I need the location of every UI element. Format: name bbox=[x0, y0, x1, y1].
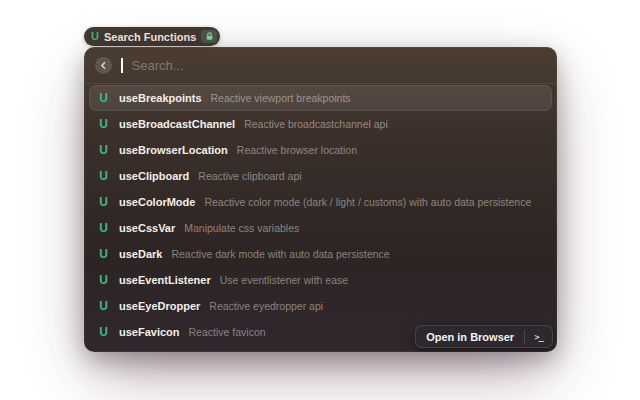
function-description: Reactive dark mode with auto data persis… bbox=[171, 248, 389, 260]
vueuse-function-icon: U bbox=[97, 326, 110, 338]
function-list: U useBreakpoints Reactive viewport break… bbox=[84, 84, 557, 352]
vueuse-logo-icon: U bbox=[91, 31, 99, 42]
list-item[interactable]: U useClipboard Reactive clipboard api bbox=[89, 163, 552, 189]
list-item[interactable]: U useDark Reactive dark mode with auto d… bbox=[89, 241, 552, 267]
list-item[interactable]: U useBreakpoints Reactive viewport break… bbox=[89, 85, 552, 111]
list-item[interactable]: U useEventListener Use eventlistener wit… bbox=[89, 267, 552, 293]
vueuse-function-icon: U bbox=[97, 300, 110, 312]
open-in-browser-button[interactable]: Open in Browser >_ bbox=[415, 325, 553, 348]
function-name: useEventListener bbox=[119, 274, 211, 286]
list-item[interactable]: U useCssVar Manipulate css variables bbox=[89, 215, 552, 241]
vueuse-function-icon: U bbox=[97, 92, 110, 104]
launcher-window: U useBreakpoints Reactive viewport break… bbox=[84, 47, 557, 352]
function-description: Reactive favicon bbox=[189, 326, 266, 338]
list-item[interactable]: U useBroadcastChannel Reactive broadcast… bbox=[89, 111, 552, 137]
chevron-left-icon bbox=[99, 61, 108, 70]
vueuse-function-icon: U bbox=[97, 196, 110, 208]
function-description: Reactive viewport breakpoints bbox=[211, 92, 351, 104]
list-item[interactable]: U useBrowserLocation Reactive browser lo… bbox=[89, 137, 552, 163]
vueuse-function-icon: U bbox=[97, 170, 110, 182]
function-name: useBroadcastChannel bbox=[119, 118, 235, 130]
function-description: Reactive clipboard api bbox=[198, 170, 301, 182]
back-button[interactable] bbox=[95, 57, 112, 74]
function-name: useBrowserLocation bbox=[119, 144, 228, 156]
function-description: Reactive broadcastchannel api bbox=[244, 118, 388, 130]
function-description: Manipulate css variables bbox=[184, 222, 299, 234]
command-title: Search Functions bbox=[104, 31, 196, 43]
function-name: useEyeDropper bbox=[119, 300, 200, 312]
function-name: useClipboard bbox=[119, 170, 189, 182]
function-name: useDark bbox=[119, 248, 162, 260]
vueuse-function-icon: U bbox=[97, 144, 110, 156]
terminal-prompt-icon: >_ bbox=[525, 332, 552, 342]
action-label: Open in Browser bbox=[416, 331, 524, 343]
vueuse-function-icon: U bbox=[97, 222, 110, 234]
lock-icon bbox=[201, 30, 217, 43]
function-name: useBreakpoints bbox=[119, 92, 202, 104]
vueuse-function-icon: U bbox=[97, 248, 110, 260]
vueuse-function-icon: U bbox=[97, 118, 110, 130]
text-caret bbox=[121, 58, 123, 73]
vueuse-function-icon: U bbox=[97, 274, 110, 286]
function-description: Reactive browser location bbox=[237, 144, 357, 156]
command-badge[interactable]: U Search Functions bbox=[84, 27, 220, 46]
search-bar bbox=[84, 47, 557, 84]
function-description: Use eventlistener with ease bbox=[220, 274, 348, 286]
list-item[interactable]: U useEyeDropper Reactive eyedropper api bbox=[89, 293, 552, 319]
function-description: Reactive color mode (dark / light / cust… bbox=[204, 196, 531, 208]
function-name: useFavicon bbox=[119, 326, 180, 338]
function-name: useColorMode bbox=[119, 196, 195, 208]
function-name: useCssVar bbox=[119, 222, 175, 234]
function-description: Reactive eyedropper api bbox=[209, 300, 323, 312]
list-item[interactable]: U useColorMode Reactive color mode (dark… bbox=[89, 189, 552, 215]
search-input[interactable] bbox=[132, 58, 547, 73]
